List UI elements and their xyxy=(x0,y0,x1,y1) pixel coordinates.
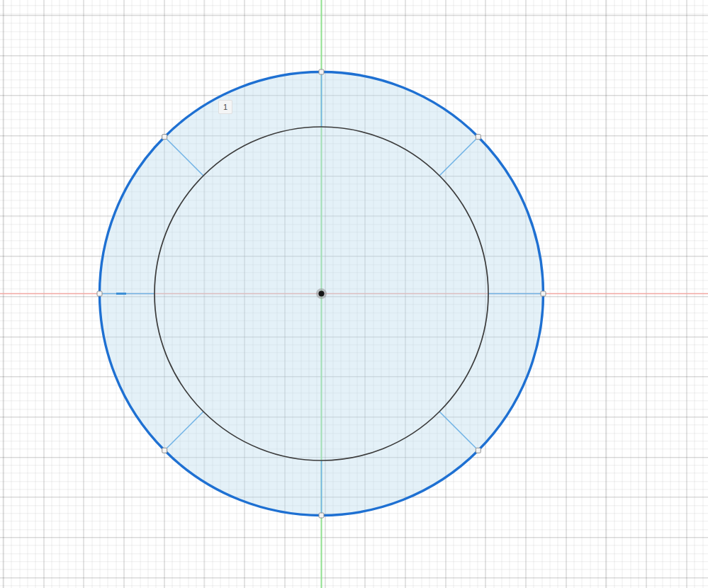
vertex-point-45[interactable] xyxy=(476,135,481,140)
vertex-point-315[interactable] xyxy=(476,448,481,453)
vertex-point-90[interactable] xyxy=(319,69,324,74)
center-point[interactable] xyxy=(319,291,325,297)
vertex-point-135[interactable] xyxy=(162,135,167,140)
sketch-svg xyxy=(0,0,708,588)
sketch-region-label-badge[interactable]: 1 xyxy=(218,100,232,114)
vertex-point-0[interactable] xyxy=(541,291,546,296)
cad-sketch-canvas[interactable]: 1 xyxy=(0,0,708,588)
vertex-point-225[interactable] xyxy=(162,448,167,453)
vertex-point-270[interactable] xyxy=(319,513,324,518)
vertex-point-180[interactable] xyxy=(97,291,102,296)
